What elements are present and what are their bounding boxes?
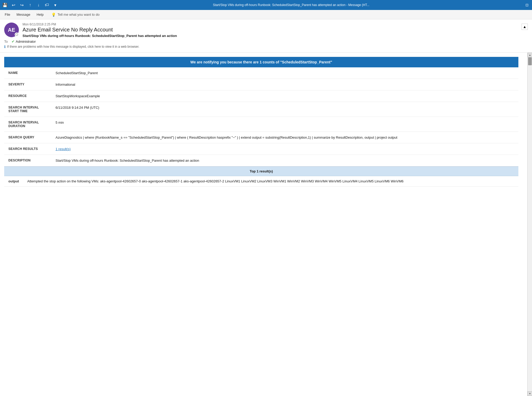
scroll-up-button[interactable]: ▲: [528, 53, 532, 57]
results-row: output Attempted the stop action on the …: [4, 176, 518, 187]
dropdown-icon[interactable]: ▾: [52, 2, 58, 8]
results-label: output: [4, 176, 25, 186]
table-row: NAMEScheduledStartStop_Parent: [4, 67, 518, 79]
info-bar[interactable]: ℹ If there are problems with how this me…: [4, 44, 528, 50]
table-row: DESCRIPTIONStart/Stop VMs during off-hou…: [4, 155, 518, 166]
menu-help[interactable]: Help: [34, 12, 46, 18]
lightbulb-icon: 💡: [51, 13, 56, 17]
table-row: SEVERITYInformational: [4, 79, 518, 90]
table-row: SEARCH INTERVAL START TIME6/11/2018 9:14…: [4, 102, 518, 117]
tell-me-input[interactable]: 💡 Tell me what you want to do: [49, 12, 102, 18]
field-value: 5 min: [51, 117, 518, 132]
field-label: SEVERITY: [4, 79, 51, 90]
field-label: SEARCH QUERY: [4, 132, 51, 143]
field-value: Informational: [51, 79, 518, 90]
right-scrollbar: ▲ ▼: [527, 53, 532, 396]
restore-button[interactable]: ⊡: [524, 2, 530, 8]
collapse-button[interactable]: ▲: [522, 24, 528, 30]
email-date: Mon 6/11/2018 2:25 PM: [23, 23, 518, 26]
field-label: SEARCH RESULTS: [4, 143, 51, 155]
avatar-status: [15, 32, 19, 37]
window-title: Start/Stop VMs during off-hours Runbook:…: [60, 3, 523, 7]
sender-row: AE Mon 6/11/2018 2:25 PM Azure Email Ser…: [4, 23, 528, 38]
results-header: Top 1 result(s): [4, 166, 518, 176]
tag-icon[interactable]: 🏷: [44, 2, 50, 8]
field-label: DESCRIPTION: [4, 155, 51, 166]
redo-icon[interactable]: ↪: [19, 2, 25, 8]
email-subject: Start/Stop VMs during off-hours Runbook:…: [23, 34, 518, 38]
to-row: To ✔ Administrator: [4, 38, 528, 44]
table-row: RESOURCEStartStopWorkspaceExample: [4, 90, 518, 102]
field-label: SEARCH INTERVAL DURATION: [4, 117, 51, 132]
status-indicator: [15, 33, 18, 36]
sender-name: Azure Email Service No Reply Account: [23, 27, 518, 33]
field-label: RESOURCE: [4, 90, 51, 102]
email-scrollable: We are notifying you because there are 1…: [0, 53, 532, 396]
to-label: To: [4, 40, 9, 44]
email-content-wrapper: We are notifying you because there are 1…: [0, 53, 532, 396]
field-label: SEARCH INTERVAL START TIME: [4, 102, 51, 117]
sender-details: Mon 6/11/2018 2:25 PM Azure Email Servic…: [23, 23, 518, 38]
scrollbar-inner: ▲ ▼: [528, 53, 532, 396]
title-bar: 💾 ↩ ↪ ↑ ↓ 🏷 ▾ Start/Stop VMs during off-…: [0, 0, 532, 10]
info-text: If there are problems with how this mess…: [7, 45, 139, 48]
field-value: StartStopWorkspaceExample: [51, 90, 518, 102]
scroll-track: [528, 57, 532, 391]
avatar-initials: AE: [8, 27, 15, 33]
table-row: SEARCH RESULTS1 result(s): [4, 143, 518, 155]
avatar: AE: [4, 23, 19, 37]
email-header: AE Mon 6/11/2018 2:25 PM Azure Email Ser…: [0, 19, 532, 53]
scroll-down-button[interactable]: ▼: [528, 391, 532, 396]
menu-file[interactable]: File: [2, 12, 13, 18]
search-results-link[interactable]: 1 result(s): [56, 147, 71, 151]
results-value: Attempted the stop action on the followi…: [25, 176, 518, 186]
recipient-name: Administrator: [16, 40, 36, 44]
field-value: 6/11/2018 9:14:24 PM (UTC): [51, 102, 518, 117]
recipient-badge: ✔ Administrator: [12, 39, 36, 44]
notification-banner: We are notifying you because there are 1…: [4, 57, 518, 67]
app-window: 💾 ↩ ↪ ↑ ↓ 🏷 ▾ Start/Stop VMs during off-…: [0, 0, 532, 396]
menu-bar: File Message Help 💡 Tell me what you wan…: [0, 10, 532, 19]
content-area: We are notifying you because there are 1…: [0, 53, 527, 191]
verified-icon: ✔: [12, 39, 15, 44]
field-value[interactable]: 1 result(s): [51, 143, 518, 155]
download-icon[interactable]: ↓: [36, 2, 41, 8]
table-row: SEARCH QUERYAzureDiagnostics | where (Ru…: [4, 132, 518, 143]
title-bar-icons: 💾 ↩ ↪ ↑ ↓ 🏷 ▾: [2, 2, 58, 8]
field-value: AzureDiagnostics | where (RunbookName_s …: [51, 132, 518, 143]
save-icon[interactable]: 💾: [2, 2, 8, 8]
info-icon: ℹ: [4, 45, 6, 49]
field-value: Start/Stop VMs during off-hours Runbook:…: [51, 155, 518, 166]
field-label: NAME: [4, 67, 51, 79]
scroll-thumb[interactable]: [528, 57, 532, 65]
field-value: ScheduledStartStop_Parent: [51, 67, 518, 79]
table-row: SEARCH INTERVAL DURATION5 min: [4, 117, 518, 132]
email-data-table: NAMEScheduledStartStop_ParentSEVERITYInf…: [4, 67, 518, 166]
tell-me-label: Tell me what you want to do: [57, 13, 99, 17]
upload-icon[interactable]: ↑: [27, 2, 33, 8]
undo-icon[interactable]: ↩: [10, 2, 16, 8]
menu-message[interactable]: Message: [14, 12, 33, 18]
